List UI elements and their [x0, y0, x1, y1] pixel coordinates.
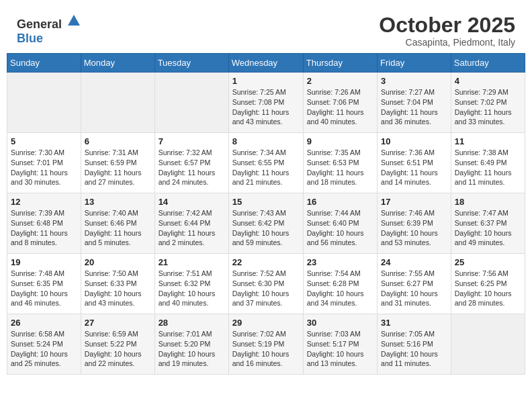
day-info: Sunrise: 7:36 AMSunset: 6:51 PMDaylight:…: [381, 148, 447, 187]
day-info: Sunrise: 7:40 AMSunset: 6:46 PMDaylight:…: [85, 208, 151, 248]
day-cell: 20Sunrise: 7:50 AMSunset: 6:33 PMDayligh…: [81, 254, 154, 314]
day-cell: 24Sunrise: 7:55 AMSunset: 6:27 PMDayligh…: [378, 254, 451, 314]
day-number: 24: [381, 257, 447, 267]
day-info: Sunrise: 7:27 AMSunset: 7:04 PMDaylight:…: [381, 87, 447, 127]
day-cell: 31Sunrise: 7:05 AMSunset: 5:16 PMDayligh…: [378, 314, 451, 375]
logo-text: General Blue: [17, 13, 81, 46]
day-info: Sunrise: 7:02 AMSunset: 5:19 PMDaylight:…: [232, 329, 300, 369]
logo-general: General: [17, 17, 62, 31]
day-number: 6: [85, 136, 151, 146]
day-number: 3: [381, 76, 447, 86]
day-header-monday: Monday: [81, 54, 154, 73]
week-row-4: 19Sunrise: 7:48 AMSunset: 6:35 PMDayligh…: [7, 254, 525, 314]
day-number: 14: [159, 197, 225, 207]
week-row-2: 5Sunrise: 7:30 AMSunset: 7:01 PMDaylight…: [7, 133, 525, 193]
day-cell: 10Sunrise: 7:36 AMSunset: 6:51 PMDayligh…: [378, 133, 451, 193]
day-cell: 17Sunrise: 7:46 AMSunset: 6:39 PMDayligh…: [378, 193, 451, 254]
day-number: 31: [381, 318, 447, 328]
day-cell: 6Sunrise: 7:31 AMSunset: 6:59 PMDaylight…: [81, 133, 154, 193]
day-number: 7: [159, 136, 225, 146]
day-cell: 30Sunrise: 7:03 AMSunset: 5:17 PMDayligh…: [303, 314, 377, 375]
day-info: Sunrise: 6:58 AMSunset: 5:24 PMDaylight:…: [11, 329, 77, 369]
day-info: Sunrise: 7:26 AMSunset: 7:06 PMDaylight:…: [307, 87, 373, 127]
day-info: Sunrise: 7:48 AMSunset: 6:35 PMDaylight:…: [11, 269, 77, 308]
month-title: October 2025: [379, 13, 515, 37]
day-cell: 1Sunrise: 7:25 AMSunset: 7:08 PMDaylight…: [228, 73, 303, 133]
day-number: 20: [85, 257, 151, 267]
day-info: Sunrise: 7:44 AMSunset: 6:40 PMDaylight:…: [307, 208, 373, 248]
logo-blue: Blue: [17, 32, 43, 45]
week-row-1: 1Sunrise: 7:25 AMSunset: 7:08 PMDaylight…: [7, 73, 525, 133]
day-info: Sunrise: 7:56 AMSunset: 6:25 PMDaylight:…: [455, 269, 521, 308]
day-info: Sunrise: 6:59 AMSunset: 5:22 PMDaylight:…: [85, 329, 151, 369]
day-cell: 3Sunrise: 7:27 AMSunset: 7:04 PMDaylight…: [378, 73, 451, 133]
day-info: Sunrise: 7:46 AMSunset: 6:39 PMDaylight:…: [381, 208, 447, 248]
day-cell: 22Sunrise: 7:52 AMSunset: 6:30 PMDayligh…: [228, 254, 303, 314]
day-cell: 28Sunrise: 7:01 AMSunset: 5:20 PMDayligh…: [154, 314, 228, 375]
day-cell: [7, 73, 81, 133]
day-header-saturday: Saturday: [451, 54, 525, 73]
day-cell: 12Sunrise: 7:39 AMSunset: 6:48 PMDayligh…: [7, 193, 81, 254]
day-info: Sunrise: 7:38 AMSunset: 6:49 PMDaylight:…: [455, 148, 521, 187]
day-cell: 8Sunrise: 7:34 AMSunset: 6:55 PMDaylight…: [228, 133, 303, 193]
day-cell: 4Sunrise: 7:29 AMSunset: 7:02 PMDaylight…: [451, 73, 525, 133]
day-number: 19: [11, 257, 77, 267]
day-number: 1: [232, 76, 300, 86]
day-cell: 23Sunrise: 7:54 AMSunset: 6:28 PMDayligh…: [303, 254, 377, 314]
day-cell: 18Sunrise: 7:47 AMSunset: 6:37 PMDayligh…: [451, 193, 525, 254]
page-header: General Blue October 2025 Casapinta, Pie…: [7, 7, 525, 53]
logo-icon: [66, 13, 81, 28]
day-cell: 7Sunrise: 7:32 AMSunset: 6:57 PMDaylight…: [154, 133, 228, 193]
day-number: 25: [455, 257, 521, 267]
day-info: Sunrise: 7:31 AMSunset: 6:59 PMDaylight:…: [85, 148, 151, 187]
day-number: 30: [307, 318, 373, 328]
day-info: Sunrise: 7:54 AMSunset: 6:28 PMDaylight:…: [307, 269, 373, 308]
day-info: Sunrise: 7:32 AMSunset: 6:57 PMDaylight:…: [159, 148, 225, 187]
day-number: 10: [381, 136, 447, 146]
logo: General Blue: [17, 13, 81, 46]
title-block: October 2025 Casapinta, Piedmont, Italy: [379, 13, 515, 48]
day-cell: 11Sunrise: 7:38 AMSunset: 6:49 PMDayligh…: [451, 133, 525, 193]
day-info: Sunrise: 7:52 AMSunset: 6:30 PMDaylight:…: [232, 269, 300, 308]
day-number: 15: [232, 197, 300, 207]
day-info: Sunrise: 7:34 AMSunset: 6:55 PMDaylight:…: [232, 148, 300, 187]
day-number: 29: [232, 318, 300, 328]
day-cell: 13Sunrise: 7:40 AMSunset: 6:46 PMDayligh…: [81, 193, 154, 254]
day-cell: [81, 73, 154, 133]
day-info: Sunrise: 7:25 AMSunset: 7:08 PMDaylight:…: [232, 87, 300, 127]
day-number: 26: [11, 318, 77, 328]
day-cell: 29Sunrise: 7:02 AMSunset: 5:19 PMDayligh…: [228, 314, 303, 375]
day-info: Sunrise: 7:29 AMSunset: 7:02 PMDaylight:…: [455, 87, 521, 127]
day-header-wednesday: Wednesday: [228, 54, 303, 73]
day-number: 17: [381, 197, 447, 207]
calendar-table: SundayMondayTuesdayWednesdayThursdayFrid…: [7, 53, 525, 375]
week-row-3: 12Sunrise: 7:39 AMSunset: 6:48 PMDayligh…: [7, 193, 525, 254]
day-cell: 19Sunrise: 7:48 AMSunset: 6:35 PMDayligh…: [7, 254, 81, 314]
location: Casapinta, Piedmont, Italy: [379, 37, 515, 48]
day-info: Sunrise: 7:30 AMSunset: 7:01 PMDaylight:…: [11, 148, 77, 187]
day-cell: 5Sunrise: 7:30 AMSunset: 7:01 PMDaylight…: [7, 133, 81, 193]
day-info: Sunrise: 7:03 AMSunset: 5:17 PMDaylight:…: [307, 329, 373, 369]
day-number: 16: [307, 197, 373, 207]
day-number: 4: [455, 76, 521, 86]
day-number: 2: [307, 76, 373, 86]
day-info: Sunrise: 7:35 AMSunset: 6:53 PMDaylight:…: [307, 148, 373, 187]
day-number: 8: [232, 136, 300, 146]
week-row-5: 26Sunrise: 6:58 AMSunset: 5:24 PMDayligh…: [7, 314, 525, 375]
day-info: Sunrise: 7:47 AMSunset: 6:37 PMDaylight:…: [455, 208, 521, 248]
calendar-header-row: SundayMondayTuesdayWednesdayThursdayFrid…: [7, 54, 525, 73]
day-number: 28: [159, 318, 225, 328]
day-cell: [154, 73, 228, 133]
day-number: 23: [307, 257, 373, 267]
day-cell: 21Sunrise: 7:51 AMSunset: 6:32 PMDayligh…: [154, 254, 228, 314]
day-number: 22: [232, 257, 300, 267]
day-number: 9: [307, 136, 373, 146]
day-header-tuesday: Tuesday: [154, 54, 228, 73]
day-info: Sunrise: 7:43 AMSunset: 6:42 PMDaylight:…: [232, 208, 300, 248]
day-cell: 25Sunrise: 7:56 AMSunset: 6:25 PMDayligh…: [451, 254, 525, 314]
day-info: Sunrise: 7:05 AMSunset: 5:16 PMDaylight:…: [381, 329, 447, 369]
day-cell: 26Sunrise: 6:58 AMSunset: 5:24 PMDayligh…: [7, 314, 81, 375]
day-number: 12: [11, 197, 77, 207]
day-header-thursday: Thursday: [303, 54, 377, 73]
day-header-friday: Friday: [378, 54, 451, 73]
